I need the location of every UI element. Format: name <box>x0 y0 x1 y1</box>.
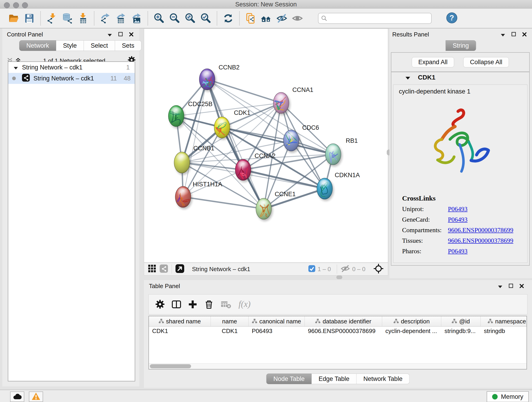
zoom-selected-button[interactable] <box>199 11 212 26</box>
warnings-button[interactable] <box>29 391 43 402</box>
tab-style[interactable]: Style <box>56 40 84 51</box>
tab-node-table[interactable]: Node Table <box>266 374 312 384</box>
horizontal-splitter-handle[interactable] <box>336 275 342 279</box>
chevron-down-icon[interactable] <box>498 283 502 290</box>
zoom-out-button[interactable] <box>168 11 181 26</box>
network-row-selected[interactable]: String Network – cdk1 11 48 <box>8 73 135 84</box>
close-panel-icon[interactable] <box>522 31 526 38</box>
gene-details-card: cyclin-dependent kinase 1 CrossLinks Uni… <box>393 85 527 263</box>
tab-select[interactable]: Select <box>84 40 115 51</box>
import-table-button[interactable] <box>76 11 89 26</box>
first-neighbors-button[interactable] <box>260 11 273 26</box>
crosslinks-title: CrossLinks <box>402 194 513 202</box>
export-image-button[interactable] <box>130 11 143 26</box>
network-share-icon[interactable] <box>160 264 168 274</box>
selected-checkbox-icon[interactable] <box>308 265 315 273</box>
export-network-icon <box>100 13 111 24</box>
fit-selected-crosshair-icon[interactable] <box>374 264 383 274</box>
column-header-name[interactable]: name <box>211 316 249 326</box>
add-column-icon[interactable] <box>188 300 197 309</box>
delete-column-trash-icon[interactable] <box>204 300 214 309</box>
float-panel-icon[interactable] <box>511 31 516 38</box>
save-session-button[interactable] <box>23 11 36 26</box>
open-session-button[interactable] <box>7 11 20 26</box>
hide-selected-icon <box>276 13 287 24</box>
column-header-description[interactable]: description <box>382 316 441 326</box>
show-all-icon <box>292 13 303 24</box>
crosslink-link[interactable]: 9606.ENSP00000378699 <box>448 237 513 244</box>
edge-CCNB2-CCNA1[interactable] <box>207 79 281 103</box>
tab-edge-table[interactable]: Edge Table <box>312 374 356 384</box>
float-panel-icon[interactable] <box>118 31 123 38</box>
birds-eye-view-icon[interactable] <box>176 264 184 274</box>
close-panel-icon[interactable] <box>129 31 133 38</box>
zoom-fit-button[interactable] <box>184 11 197 26</box>
shared-column-icon <box>159 318 164 325</box>
column-header-canonicalname[interactable]: canonical name <box>249 316 305 326</box>
export-network-button[interactable] <box>99 11 112 26</box>
apply-layout-button[interactable] <box>222 11 235 26</box>
help-button[interactable]: ? <box>446 12 458 25</box>
hidden-eye-icon[interactable] <box>341 265 350 273</box>
node-label-CCNB1: CCNB1 <box>193 145 215 152</box>
close-panel-icon[interactable] <box>520 283 524 290</box>
section-collapse-icon[interactable] <box>405 74 410 81</box>
node-CCNE1[interactable]: CCNE1 <box>256 191 296 221</box>
float-panel-icon[interactable] <box>509 283 513 290</box>
node-CDKN1A[interactable]: CDKN1A <box>317 172 360 201</box>
column-header-id[interactable]: @id <box>441 316 481 326</box>
edge-CCNB2-RB1[interactable] <box>207 79 333 154</box>
main-toolbar: ? <box>0 8 532 28</box>
table-settings-gear-icon[interactable] <box>156 300 165 309</box>
export-table-button[interactable] <box>114 11 128 26</box>
column-header-sharedname[interactable]: shared name <box>149 316 211 326</box>
column-header-namespace[interactable]: namespace <box>481 316 527 326</box>
memory-label: Memory <box>501 393 523 400</box>
crosslink-link[interactable]: P06493 <box>448 248 468 255</box>
crosslink-link[interactable]: 9606.ENSP00000378699 <box>448 226 513 234</box>
grid-view-icon[interactable] <box>148 265 156 274</box>
tab-sets[interactable]: Sets <box>115 40 141 51</box>
hide-selected-button[interactable] <box>275 11 288 26</box>
shared-column-icon <box>488 318 493 325</box>
chevron-down-icon[interactable] <box>108 31 112 38</box>
clone-network-button[interactable] <box>244 11 257 26</box>
tab-network[interactable]: Network <box>19 40 56 51</box>
node-CCNA1[interactable]: CCNA1 <box>272 86 313 115</box>
memory-button[interactable]: Memory <box>487 391 529 402</box>
cloud-button[interactable] <box>10 391 24 402</box>
crosslink-link[interactable]: P06493 <box>448 205 468 213</box>
edge-CCNB2-CCNE1[interactable] <box>207 79 264 209</box>
scrollbar-thumb[interactable] <box>150 364 191 368</box>
search-input[interactable] <box>327 15 420 22</box>
chevron-down-icon[interactable] <box>501 31 505 38</box>
import-network-from-database-button[interactable] <box>61 11 74 26</box>
table-horizontal-scrollbar[interactable] <box>149 363 526 369</box>
show-columns-icon[interactable] <box>172 300 181 309</box>
edge-HIST1H1A-CCNE1[interactable] <box>183 197 264 209</box>
network-canvas[interactable]: CCNB2CCNA1CDC25BCDK1CDC6RB1CCNB1CCNA2CDK… <box>144 28 388 263</box>
column-header-databaseidentifier[interactable]: database identifier <box>305 316 382 326</box>
node-table[interactable]: shared namenamecanonical namedatabase id… <box>148 316 527 370</box>
node-label-CCNA1: CCNA1 <box>292 86 313 93</box>
search-box[interactable] <box>318 13 432 24</box>
node-RB1[interactable]: RB1 <box>325 137 358 167</box>
network-graph[interactable]: CCNB2CCNA1CDC25BCDK1CDC6RB1CCNB1CCNA2CDK… <box>144 29 388 262</box>
crosslink-link[interactable]: P06493 <box>448 216 468 223</box>
node-label-HIST1H1A: HIST1H1A <box>193 181 222 188</box>
application-window: Session: New Session ? Control Panel Net… <box>0 0 532 402</box>
tab-network-table[interactable]: Network Table <box>356 374 410 384</box>
zoom-in-button[interactable] <box>152 11 166 26</box>
table-row[interactable]: CDK1CDK1P064939606.ENSP00000378699cyclin… <box>149 327 526 336</box>
cell-sharedname: CDK1 <box>149 327 211 336</box>
tab-string[interactable]: String <box>446 40 476 51</box>
tree-expander-icon[interactable] <box>14 64 18 71</box>
edge-CCNA2-CDKN1A[interactable] <box>243 170 325 189</box>
import-network-button[interactable] <box>45 11 58 26</box>
show-all-button[interactable] <box>291 11 304 26</box>
network-collection-row[interactable]: String Network – cdk1 1 <box>8 62 135 73</box>
search-icon <box>321 15 327 21</box>
cell-description: cyclin-dependent ... <box>382 327 441 336</box>
expand-all-button[interactable]: Expand All <box>412 57 454 67</box>
collapse-all-button[interactable]: Collapse All <box>463 57 509 67</box>
